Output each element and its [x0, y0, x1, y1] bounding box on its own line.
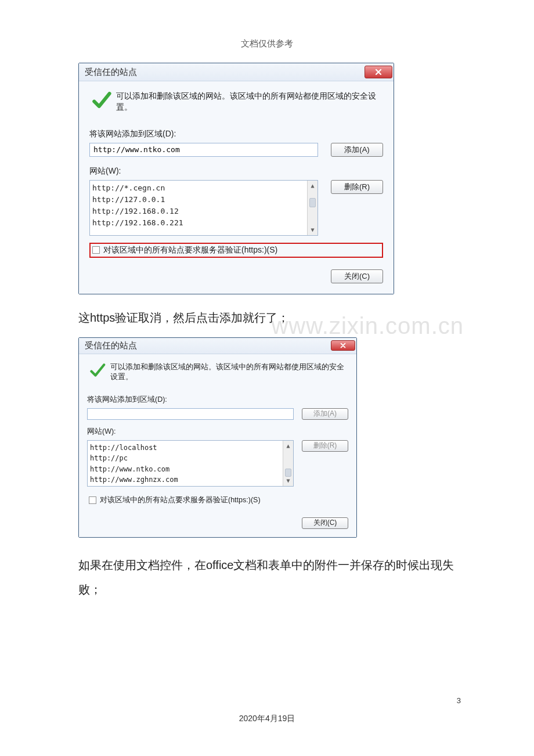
list-inner: http://localhost http://pc http://www.nt…: [88, 441, 283, 487]
add-button[interactable]: 添加(A): [302, 408, 348, 420]
add-site-row: 添加(A): [89, 143, 383, 157]
scroll-down-icon[interactable]: ▼: [308, 225, 317, 235]
list-item[interactable]: http://www.ntko.com: [90, 464, 280, 475]
https-verify-row: 对该区域中的所有站点要求服务器验证(https:)(S): [87, 494, 348, 507]
sites-listbox[interactable]: http://*.cegn.cn http://127.0.0.1 http:/…: [89, 180, 318, 236]
dialog-title-text: 受信任的站点: [85, 67, 137, 78]
https-checkbox-label: 对该区域中的所有站点要求服务器验证(https:)(S): [103, 245, 277, 255]
instruction-text: 这https验证取消，然后点击添加就行了； www.zixin.com.cn: [78, 308, 458, 327]
dialog-body: 可以添加和删除该区域的网站。该区域中的所有网站都使用区域的安全设置。 将该网站添…: [79, 354, 356, 537]
add-site-row: 添加(A): [87, 408, 348, 420]
remove-button[interactable]: 删除(R): [331, 180, 383, 194]
close-icon[interactable]: [365, 66, 392, 78]
scroll-up-icon[interactable]: ▲: [283, 441, 293, 451]
instruction-content: 这https验证取消，然后点击添加就行了；: [78, 311, 289, 324]
add-site-label: 将该网站添加到区域(D):: [89, 129, 383, 139]
dialog-body: 可以添加和删除该区域的网站。该区域中的所有网站都使用区域的安全设置。 将该网站添…: [79, 81, 394, 294]
add-button[interactable]: 添加(A): [331, 143, 383, 157]
list-item[interactable]: http://192.168.0.221: [92, 217, 305, 229]
remove-button[interactable]: 删除(R): [302, 440, 348, 452]
sites-label: 网站(W):: [87, 427, 348, 437]
dialog-title-text: 受信任的站点: [85, 340, 137, 351]
scrollbar[interactable]: ▲ ▼: [283, 441, 293, 486]
intro-text: 可以添加和删除该区域的网站。该区域中的所有网站都使用区域的安全设置。: [110, 361, 348, 382]
intro-text: 可以添加和删除该区域的网站。该区域中的所有网站都使用区域的安全设置。: [116, 89, 383, 113]
https-checkbox[interactable]: [92, 246, 100, 254]
footer-date: 2020年4月19日: [0, 714, 534, 724]
intro-row: 可以添加和删除该区域的网站。该区域中的所有网站都使用区域的安全设置。: [89, 89, 383, 113]
list-item[interactable]: http://*.cegn.cn: [92, 182, 305, 194]
sites-row: http://*.cegn.cn http://127.0.0.1 http:/…: [89, 180, 383, 236]
https-checkbox[interactable]: [89, 496, 96, 504]
list-inner: http://*.cegn.cn http://127.0.0.1 http:/…: [90, 181, 307, 231]
sites-row: http://localhost http://pc http://www.nt…: [87, 440, 348, 487]
scroll-up-icon[interactable]: ▲: [308, 181, 317, 191]
sites-label: 网站(W):: [89, 166, 383, 177]
https-verify-row: 对该区域中的所有站点要求服务器验证(https:)(S): [89, 243, 383, 258]
sites-listbox[interactable]: http://localhost http://pc http://www.nt…: [87, 440, 294, 487]
trusted-sites-dialog-2: 受信任的站点 可以添加和删除该区域的网站。该区域中的所有网站都使用区域的安全设置…: [78, 337, 357, 538]
scroll-thumb[interactable]: [309, 198, 316, 207]
page-header: 文档仅供参考: [0, 38, 534, 49]
add-site-input[interactable]: [89, 143, 318, 157]
add-site-label: 将该网站添加到区域(D):: [87, 395, 348, 405]
close-row: 关闭(C): [87, 517, 348, 529]
scrollbar[interactable]: ▲ ▼: [307, 181, 317, 235]
list-item[interactable]: http://www.zghnzx.com: [90, 474, 280, 485]
close-button[interactable]: 关闭(C): [302, 517, 348, 529]
close-row: 关闭(C): [89, 269, 383, 283]
list-item[interactable]: http://127.0.0.1: [92, 194, 305, 206]
close-icon[interactable]: [331, 340, 355, 351]
close-button[interactable]: 关闭(C): [331, 269, 383, 283]
content: 受信任的站点 可以添加和删除该区域的网站。该区域中的所有网站都使用区域的安全设置…: [78, 63, 458, 602]
list-item[interactable]: http://pc: [90, 453, 280, 464]
dialog-titlebar: 受信任的站点: [79, 63, 394, 81]
checkmark-icon: [89, 362, 106, 380]
trusted-sites-dialog-1: 受信任的站点 可以添加和删除该区域的网站。该区域中的所有网站都使用区域的安全设置…: [78, 63, 394, 294]
intro-row: 可以添加和删除该区域的网站。该区域中的所有网站都使用区域的安全设置。: [87, 361, 348, 382]
https-checkbox-label: 对该区域中的所有站点要求服务器验证(https:)(S): [100, 495, 261, 505]
list-item[interactable]: http://192.168.0.12: [92, 206, 305, 217]
list-item[interactable]: http://localhost: [90, 442, 280, 453]
checkmark-icon: [92, 91, 111, 112]
bottom-paragraph: 如果在使用文档控件，在office文档和表单中的附件一并保存的时候出现失败；: [78, 553, 458, 602]
page-number: 3: [457, 696, 461, 705]
scroll-down-icon[interactable]: ▼: [283, 476, 293, 486]
add-site-input[interactable]: [87, 408, 294, 420]
dialog-titlebar: 受信任的站点: [79, 338, 356, 354]
